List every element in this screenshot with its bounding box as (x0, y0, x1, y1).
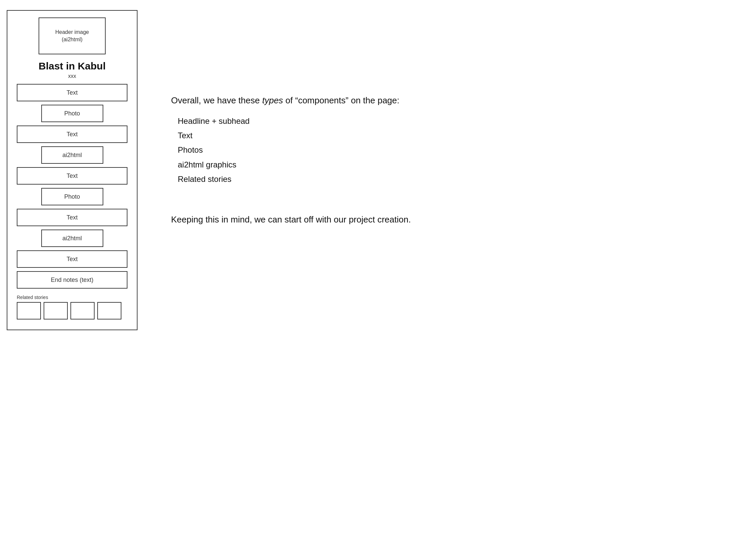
related-stories-label: Related stories (17, 295, 127, 300)
component-text-3: Text (17, 167, 127, 185)
left-panel: Header image(ai2html) Blast in Kabul xxx… (0, 0, 151, 547)
related-box-4 (97, 302, 121, 319)
component-ai2html-2: ai2html (41, 230, 103, 247)
intro-prefix: Overall, we have these (171, 95, 262, 105)
description-block: Overall, we have these types of “compone… (171, 94, 473, 186)
component-text-2: Text (17, 126, 127, 143)
description-intro: Overall, we have these types of “compone… (171, 94, 473, 107)
list-item-2: Text (178, 128, 473, 143)
related-box-1 (17, 302, 41, 319)
components-list: Headline + subhead Text Photos ai2html g… (171, 114, 473, 186)
wireframe-headline: Blast in Kabul (39, 60, 106, 72)
header-image-label: Header image(ai2html) (55, 29, 89, 44)
component-text-1: Text (17, 84, 127, 101)
wireframe-container: Header image(ai2html) Blast in Kabul xxx… (7, 10, 138, 330)
related-stories-section: Related stories (17, 295, 127, 319)
intro-italic: types (262, 95, 283, 105)
component-photo-1: Photo (41, 105, 103, 122)
list-item-4: ai2html graphics (178, 157, 473, 172)
wireframe-subhead: xxx (68, 73, 76, 79)
list-item-3: Photos (178, 143, 473, 157)
description-note: Keeping this in mind, we can start off w… (171, 213, 473, 226)
header-image-box: Header image(ai2html) (39, 17, 106, 54)
intro-suffix: of “components” on the page: (283, 95, 399, 105)
list-item-5: Related stories (178, 172, 473, 186)
component-text-5: Text (17, 250, 127, 268)
related-boxes-row (17, 302, 127, 319)
component-text-4: Text (17, 209, 127, 226)
related-box-2 (44, 302, 68, 319)
component-ai2html-1: ai2html (41, 146, 103, 164)
related-box-3 (70, 302, 95, 319)
list-item-1: Headline + subhead (178, 114, 473, 128)
component-photo-2: Photo (41, 188, 103, 205)
component-end-notes: End notes (text) (17, 271, 127, 289)
right-panel: Overall, we have these types of “compone… (151, 0, 756, 547)
